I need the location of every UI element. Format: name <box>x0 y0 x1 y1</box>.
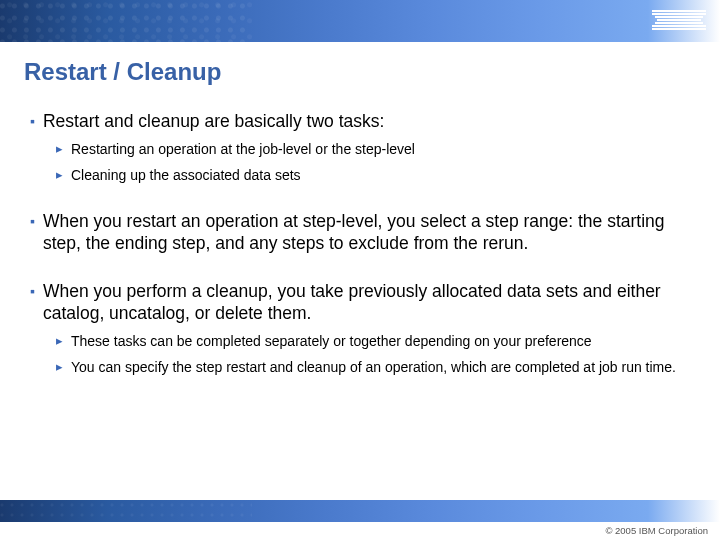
bullet-level-1: ▪When you perform a cleanup, you take pr… <box>30 280 690 324</box>
bullet-text: Restart and cleanup are basically two ta… <box>43 110 384 132</box>
arrow-bullet-icon: ▸ <box>56 358 63 376</box>
bullet-level-2: ▸These tasks can be completed separately… <box>56 332 690 350</box>
ibm-logo-icon <box>652 10 706 32</box>
arrow-bullet-icon: ▸ <box>56 166 63 184</box>
bullet-text: You can specify the step restart and cle… <box>71 358 676 376</box>
header-banner <box>0 0 720 42</box>
bullet-level-2: ▸Restarting an operation at the job-leve… <box>56 140 690 158</box>
bullet-level-2: ▸Cleaning up the associated data sets <box>56 166 690 184</box>
spacer <box>30 260 690 270</box>
copyright-text: © 2005 IBM Corporation <box>0 522 720 540</box>
bullet-level-1: ▪When you restart an operation at step-l… <box>30 210 690 254</box>
footer-banner <box>0 500 720 522</box>
arrow-bullet-icon: ▸ <box>56 332 63 350</box>
slide-title: Restart / Cleanup <box>0 42 720 94</box>
spacer <box>30 190 690 200</box>
bullet-text: When you restart an operation at step-le… <box>43 210 690 254</box>
bullet-level-2: ▸You can specify the step restart and cl… <box>56 358 690 376</box>
slide-content: ▪Restart and cleanup are basically two t… <box>0 94 720 500</box>
bullet-text: Restarting an operation at the job-level… <box>71 140 415 158</box>
arrow-bullet-icon: ▸ <box>56 140 63 158</box>
slide: Restart / Cleanup ▪Restart and cleanup a… <box>0 0 720 540</box>
bullet-level-1: ▪Restart and cleanup are basically two t… <box>30 110 690 132</box>
square-bullet-icon: ▪ <box>30 280 35 324</box>
square-bullet-icon: ▪ <box>30 210 35 254</box>
banner-texture <box>0 0 252 42</box>
square-bullet-icon: ▪ <box>30 110 35 132</box>
bullet-text: Cleaning up the associated data sets <box>71 166 301 184</box>
bullet-text: When you perform a cleanup, you take pre… <box>43 280 690 324</box>
bullet-text: These tasks can be completed separately … <box>71 332 592 350</box>
